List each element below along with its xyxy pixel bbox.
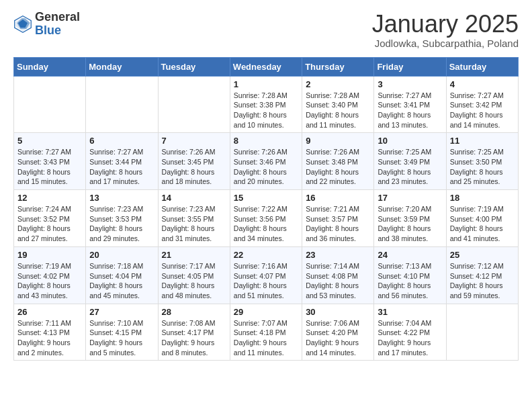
day-info: Sunrise: 7:26 AM Sunset: 3:46 PM Dayligh…: [234, 147, 298, 187]
calendar-cell: 11Sunrise: 7:25 AM Sunset: 3:50 PM Dayli…: [446, 133, 518, 190]
calendar-table: SundayMondayTuesdayWednesdayThursdayFrid…: [13, 57, 519, 361]
day-number: 17: [378, 193, 442, 203]
calendar-cell: 21Sunrise: 7:17 AM Sunset: 4:05 PM Dayli…: [158, 246, 230, 304]
calendar-cell: 25Sunrise: 7:12 AM Sunset: 4:12 PM Dayli…: [446, 246, 518, 304]
calendar-cell: [158, 76, 230, 133]
weekday-header-monday: Monday: [86, 57, 158, 76]
day-number: 25: [450, 250, 515, 260]
day-number: 26: [17, 307, 82, 317]
day-number: 4: [450, 79, 515, 89]
day-number: 14: [162, 193, 226, 203]
calendar-cell: 9Sunrise: 7:26 AM Sunset: 3:48 PM Daylig…: [302, 133, 374, 190]
day-info: Sunrise: 7:20 AM Sunset: 3:59 PM Dayligh…: [378, 204, 442, 244]
day-number: 12: [17, 193, 82, 203]
weekday-header-wednesday: Wednesday: [230, 57, 302, 76]
day-info: Sunrise: 7:27 AM Sunset: 3:41 PM Dayligh…: [378, 91, 442, 130]
day-number: 8: [234, 136, 298, 146]
day-number: 7: [162, 136, 226, 146]
page-header: General Blue January 2025 Jodlowka, Subc…: [13, 11, 519, 49]
day-number: 13: [89, 193, 154, 203]
week-row-2: 5Sunrise: 7:27 AM Sunset: 3:43 PM Daylig…: [14, 133, 519, 190]
calendar-cell: 18Sunrise: 7:19 AM Sunset: 4:00 PM Dayli…: [446, 190, 518, 247]
calendar-cell: 6Sunrise: 7:27 AM Sunset: 3:44 PM Daylig…: [86, 133, 158, 190]
calendar-cell: 8Sunrise: 7:26 AM Sunset: 3:46 PM Daylig…: [230, 133, 302, 190]
day-info: Sunrise: 7:12 AM Sunset: 4:12 PM Dayligh…: [450, 261, 515, 301]
calendar-cell: 24Sunrise: 7:13 AM Sunset: 4:10 PM Dayli…: [374, 246, 446, 304]
day-number: 28: [162, 307, 226, 317]
day-info: Sunrise: 7:19 AM Sunset: 4:00 PM Dayligh…: [450, 204, 515, 244]
calendar-cell: 22Sunrise: 7:16 AM Sunset: 4:07 PM Dayli…: [230, 246, 302, 304]
day-number: 24: [378, 250, 442, 260]
calendar-cell: 3Sunrise: 7:27 AM Sunset: 3:41 PM Daylig…: [374, 76, 446, 133]
calendar-cell: 1Sunrise: 7:28 AM Sunset: 3:38 PM Daylig…: [230, 76, 302, 133]
calendar-cell: 5Sunrise: 7:27 AM Sunset: 3:43 PM Daylig…: [14, 133, 86, 190]
day-info: Sunrise: 7:27 AM Sunset: 3:44 PM Dayligh…: [89, 147, 154, 187]
calendar-cell: 27Sunrise: 7:10 AM Sunset: 4:15 PM Dayli…: [86, 304, 158, 361]
weekday-header-friday: Friday: [374, 57, 446, 76]
day-info: Sunrise: 7:28 AM Sunset: 3:40 PM Dayligh…: [306, 91, 370, 130]
day-info: Sunrise: 7:23 AM Sunset: 3:53 PM Dayligh…: [89, 204, 154, 244]
calendar-cell: 12Sunrise: 7:24 AM Sunset: 3:52 PM Dayli…: [14, 190, 86, 247]
day-info: Sunrise: 7:14 AM Sunset: 4:08 PM Dayligh…: [306, 261, 370, 301]
week-row-1: 1Sunrise: 7:28 AM Sunset: 3:38 PM Daylig…: [14, 76, 519, 133]
month-title: January 2025: [372, 11, 519, 38]
day-info: Sunrise: 7:27 AM Sunset: 3:43 PM Dayligh…: [17, 147, 82, 187]
day-number: 20: [89, 250, 154, 260]
logo-icon: [13, 15, 32, 34]
logo: General Blue: [13, 11, 80, 38]
day-number: 30: [306, 307, 370, 317]
day-info: Sunrise: 7:13 AM Sunset: 4:10 PM Dayligh…: [378, 261, 442, 301]
day-info: Sunrise: 7:26 AM Sunset: 3:48 PM Dayligh…: [306, 147, 370, 187]
calendar-cell: 17Sunrise: 7:20 AM Sunset: 3:59 PM Dayli…: [374, 190, 446, 247]
day-info: Sunrise: 7:11 AM Sunset: 4:13 PM Dayligh…: [17, 318, 82, 358]
day-info: Sunrise: 7:28 AM Sunset: 3:38 PM Dayligh…: [234, 91, 298, 130]
calendar-cell: 29Sunrise: 7:07 AM Sunset: 4:18 PM Dayli…: [230, 304, 302, 361]
calendar-cell: [446, 304, 518, 361]
day-info: Sunrise: 7:25 AM Sunset: 3:49 PM Dayligh…: [378, 147, 442, 187]
day-number: 29: [234, 307, 298, 317]
day-number: 19: [17, 250, 82, 260]
calendar-cell: 28Sunrise: 7:08 AM Sunset: 4:17 PM Dayli…: [158, 304, 230, 361]
week-row-3: 12Sunrise: 7:24 AM Sunset: 3:52 PM Dayli…: [14, 190, 519, 247]
logo-general-text: General: [35, 11, 80, 24]
day-info: Sunrise: 7:23 AM Sunset: 3:55 PM Dayligh…: [162, 204, 226, 244]
day-number: 18: [450, 193, 515, 203]
calendar-cell: 31Sunrise: 7:04 AM Sunset: 4:22 PM Dayli…: [374, 304, 446, 361]
calendar-cell: 10Sunrise: 7:25 AM Sunset: 3:49 PM Dayli…: [374, 133, 446, 190]
day-number: 22: [234, 250, 298, 260]
calendar-cell: 23Sunrise: 7:14 AM Sunset: 4:08 PM Dayli…: [302, 246, 374, 304]
calendar-cell: 26Sunrise: 7:11 AM Sunset: 4:13 PM Dayli…: [14, 304, 86, 361]
calendar-cell: 13Sunrise: 7:23 AM Sunset: 3:53 PM Dayli…: [86, 190, 158, 247]
calendar-cell: 20Sunrise: 7:18 AM Sunset: 4:04 PM Dayli…: [86, 246, 158, 304]
day-number: 6: [89, 136, 154, 146]
title-block: January 2025 Jodlowka, Subcarpathia, Pol…: [372, 11, 519, 49]
day-number: 31: [378, 307, 442, 317]
calendar-cell: 14Sunrise: 7:23 AM Sunset: 3:55 PM Dayli…: [158, 190, 230, 247]
calendar-cell: 16Sunrise: 7:21 AM Sunset: 3:57 PM Dayli…: [302, 190, 374, 247]
calendar-cell: 4Sunrise: 7:27 AM Sunset: 3:42 PM Daylig…: [446, 76, 518, 133]
week-row-4: 19Sunrise: 7:19 AM Sunset: 4:02 PM Dayli…: [14, 246, 519, 304]
day-number: 21: [162, 250, 226, 260]
day-number: 11: [450, 136, 515, 146]
day-info: Sunrise: 7:25 AM Sunset: 3:50 PM Dayligh…: [450, 147, 515, 187]
day-info: Sunrise: 7:16 AM Sunset: 4:07 PM Dayligh…: [234, 261, 298, 301]
day-number: 23: [306, 250, 370, 260]
day-number: 10: [378, 136, 442, 146]
day-number: 3: [378, 79, 442, 89]
logo-blue-text: Blue: [35, 24, 80, 38]
calendar-cell: 7Sunrise: 7:26 AM Sunset: 3:45 PM Daylig…: [158, 133, 230, 190]
day-number: 9: [306, 136, 370, 146]
day-info: Sunrise: 7:10 AM Sunset: 4:15 PM Dayligh…: [89, 318, 154, 358]
day-info: Sunrise: 7:21 AM Sunset: 3:57 PM Dayligh…: [306, 204, 370, 244]
day-number: 27: [89, 307, 154, 317]
calendar-cell: 2Sunrise: 7:28 AM Sunset: 3:40 PM Daylig…: [302, 76, 374, 133]
location-subtitle: Jodlowka, Subcarpathia, Poland: [372, 38, 519, 49]
day-info: Sunrise: 7:27 AM Sunset: 3:42 PM Dayligh…: [450, 91, 515, 130]
calendar-cell: [14, 76, 86, 133]
day-info: Sunrise: 7:26 AM Sunset: 3:45 PM Dayligh…: [162, 147, 226, 187]
day-number: 16: [306, 193, 370, 203]
day-number: 5: [17, 136, 82, 146]
weekday-header-sunday: Sunday: [14, 57, 86, 76]
day-info: Sunrise: 7:18 AM Sunset: 4:04 PM Dayligh…: [89, 261, 154, 301]
day-info: Sunrise: 7:19 AM Sunset: 4:02 PM Dayligh…: [17, 261, 82, 301]
